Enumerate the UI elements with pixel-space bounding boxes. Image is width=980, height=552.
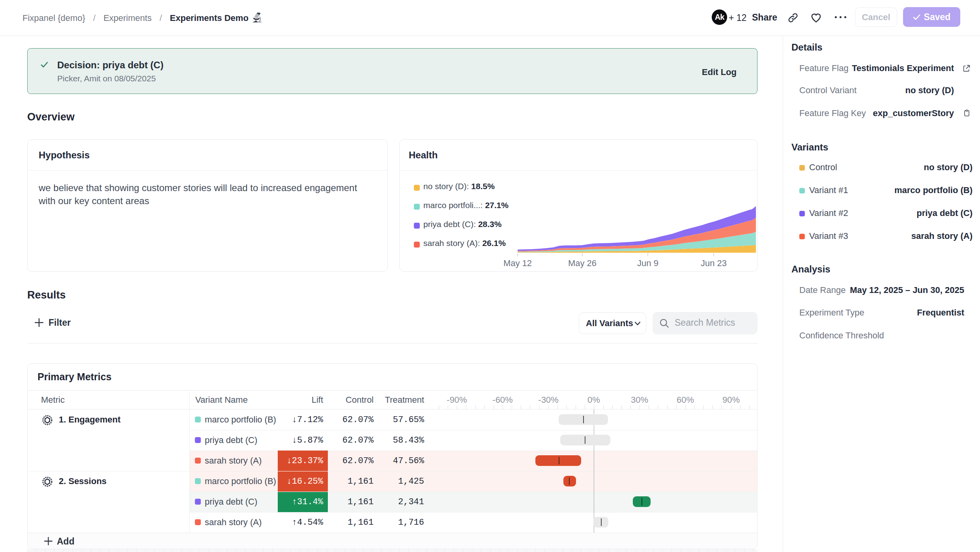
svg-text:Jun 9: Jun 9 <box>637 258 658 268</box>
svg-text:May 26: May 26 <box>568 258 597 268</box>
svg-text:Jun 23: Jun 23 <box>701 258 727 268</box>
svg-text:May 12: May 12 <box>503 258 532 268</box>
